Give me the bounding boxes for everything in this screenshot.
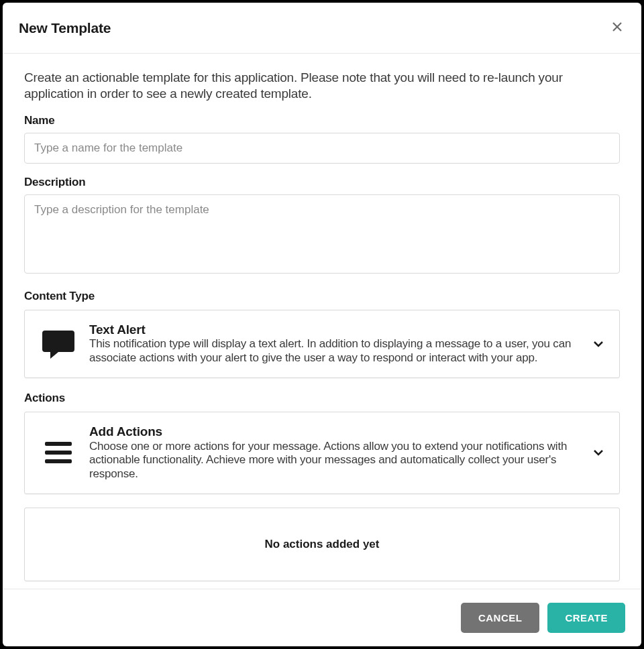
modal-title: New Template — [19, 20, 111, 36]
content-type-title: Text Alert — [89, 322, 580, 338]
modal-body: Create an actionable template for this a… — [3, 54, 641, 589]
modal-footer: CANCEL CREATE — [3, 589, 641, 646]
chevron-down-icon — [592, 341, 604, 347]
intro-text: Create an actionable template for this a… — [24, 70, 620, 102]
name-label: Name — [24, 114, 620, 127]
description-label: Description — [24, 176, 620, 189]
close-icon — [612, 20, 623, 36]
close-button[interactable] — [609, 17, 625, 38]
description-input[interactable] — [24, 194, 620, 274]
no-actions-placeholder: No actions added yet — [24, 508, 620, 581]
content-type-selector[interactable]: Text Alert This notification type will d… — [24, 310, 620, 378]
actions-content: Add Actions Choose one or more actions f… — [89, 424, 580, 481]
content-type-description: This notification type will display a te… — [89, 337, 580, 365]
new-template-modal: New Template Create an actionable templa… — [3, 3, 641, 646]
content-type-content: Text Alert This notification type will d… — [89, 322, 580, 365]
modal-backdrop: New Template Create an actionable templa… — [0, 0, 644, 649]
svg-rect-3 — [45, 451, 72, 455]
name-input[interactable] — [24, 133, 620, 164]
chevron-down-icon — [592, 449, 604, 456]
cancel-button[interactable]: CANCEL — [461, 603, 540, 633]
actions-selector[interactable]: Add Actions Choose one or more actions f… — [24, 412, 620, 494]
svg-rect-4 — [45, 459, 72, 463]
actions-label: Actions — [24, 392, 620, 405]
actions-description: Choose one or more actions for your mess… — [89, 440, 580, 481]
create-button[interactable]: CREATE — [547, 603, 625, 633]
list-icon — [40, 439, 77, 466]
modal-header: New Template — [3, 3, 641, 54]
actions-title: Add Actions — [89, 424, 580, 440]
chat-bubble-icon — [40, 328, 77, 360]
svg-rect-2 — [45, 442, 72, 446]
content-type-label: Content Type — [24, 290, 620, 303]
